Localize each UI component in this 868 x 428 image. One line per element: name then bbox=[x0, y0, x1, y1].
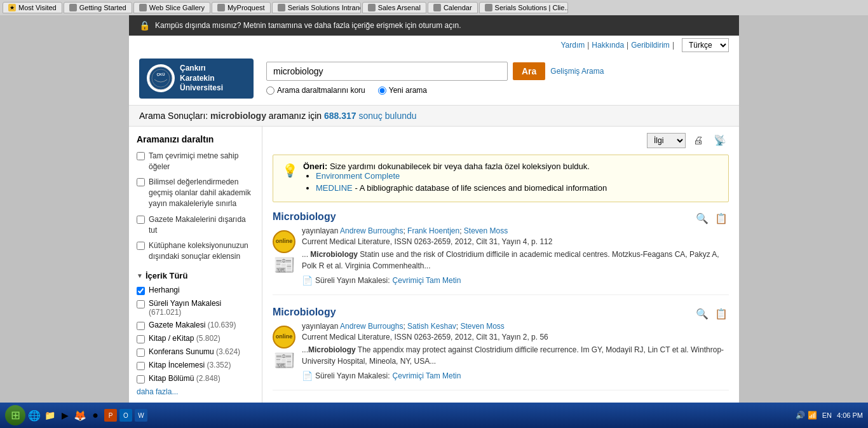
tab-serials-intranet[interactable]: Serials Solutions Intranet bbox=[272, 2, 361, 13]
result-type-1: 📄 Süreli Yayın Makalesi: Çevrimiçi Tam M… bbox=[302, 275, 729, 286]
page-icon-2: 📄 bbox=[302, 371, 313, 381]
language-select[interactable]: Türkçe English bbox=[682, 38, 729, 52]
result-authors-2: yayınlayan Andrew Burroughs; Satish Kesh… bbox=[302, 322, 729, 331]
result-meta-1: online 📰 yayınlayan Andrew Burroughs; Fr… bbox=[273, 226, 729, 286]
result-type-2: 📄 Süreli Yayın Makalesi: Çevrimiçi Tam M… bbox=[302, 371, 729, 381]
rss-button[interactable]: 📡 bbox=[711, 133, 729, 148]
tab-icon bbox=[139, 4, 147, 11]
cite-button-2[interactable]: 📋 bbox=[714, 307, 729, 321]
journal-icon-1: 📰 bbox=[273, 254, 295, 275]
cite-button-1[interactable]: 📋 bbox=[714, 211, 729, 226]
content-type-section: ▼ İçerik Türü bbox=[137, 271, 254, 280]
online-badge-1: online bbox=[273, 230, 295, 253]
result-authors-1: yayınlayan Andrew Burroughs; Frank Hoent… bbox=[302, 226, 729, 235]
yardim-link[interactable]: Yardım bbox=[560, 41, 585, 50]
author-link-moss-1[interactable]: Steven Moss bbox=[464, 226, 508, 235]
filter-journal: Süreli Yayın Makalesi (671.021) bbox=[137, 299, 254, 317]
university-logo: ÇKÜ ÇankırıKaratekinÜniversitesi bbox=[139, 59, 254, 99]
content-area: Aramanızı daraltın Tam çevrimiçi metne s… bbox=[129, 127, 739, 408]
sort-bar: İlgiTarih 🖨 📡 bbox=[273, 133, 729, 148]
author-link-burroughs-2[interactable]: Andrew Burroughs bbox=[340, 322, 403, 331]
environment-complete-link[interactable]: Environment Complete bbox=[316, 171, 400, 181]
taskbar-icons: 🌐 📁 ▶ 🦊 ● P O W bbox=[28, 409, 147, 422]
suggestion-box: 💡 Öneri: Size yardımı dokunabilecek bir … bbox=[273, 155, 729, 202]
top-links: Yardım | Hakkında | Geribildirim | Türkç… bbox=[560, 38, 729, 52]
medline-link[interactable]: MEDLINE bbox=[316, 183, 353, 193]
windows-icon: ⊞ bbox=[11, 408, 20, 422]
banner: 🔒 Kampüs dışında mısınız? Metnin tamamın… bbox=[129, 15, 739, 36]
bulb-icon: 💡 bbox=[282, 163, 298, 178]
filter-any: Herhangi bbox=[137, 286, 254, 295]
firefox-icon[interactable]: 🦊 bbox=[74, 409, 86, 422]
ppt-icon[interactable]: P bbox=[104, 409, 117, 422]
header: ÇKÜ ÇankırıKaratekinÜniversitesi microbi… bbox=[129, 52, 739, 105]
keep-refinements-option[interactable]: Arama daraltmalarını koru bbox=[266, 86, 365, 95]
journal-icon-2: 📰 bbox=[273, 350, 295, 371]
hakkinda-link[interactable]: Hakkında bbox=[592, 41, 624, 50]
author-link-keshav[interactable]: Satish Keshav bbox=[407, 322, 456, 331]
result-title-2[interactable]: Microbiology bbox=[273, 307, 695, 318]
suggestion-item-medline: MEDLINE - A bibliographic database of li… bbox=[316, 183, 607, 193]
chrome-icon[interactable]: ● bbox=[89, 409, 102, 422]
search-keyword: microbiology bbox=[210, 111, 266, 121]
page: ★ Most Visited Getting Started Web Slice… bbox=[0, 0, 868, 428]
logo-area: ÇKÜ ÇankırıKaratekinÜniversitesi bbox=[139, 59, 254, 99]
search-button[interactable]: Ara bbox=[513, 62, 545, 80]
tab-web-slice[interactable]: Web Slice Gallery bbox=[133, 2, 210, 13]
taskbar: ⊞ 🌐 📁 ▶ 🦊 ● P O W 🔊 📶 EN 4:06 PM bbox=[0, 403, 868, 428]
print-button[interactable]: 🖨 bbox=[691, 134, 706, 148]
result-item-2: Microbiology 🔍 📋 online 📰 bbox=[273, 307, 729, 390]
sidebar-title: Aramanızı daraltın bbox=[137, 134, 254, 144]
fulltext-link-2[interactable]: Çevrimiçi Tam Metin bbox=[393, 371, 461, 380]
media-icon[interactable]: ▶ bbox=[58, 409, 71, 422]
language-indicator: EN bbox=[822, 411, 832, 419]
tab-icon bbox=[433, 4, 441, 11]
advanced-search-link[interactable]: Gelişmiş Arama bbox=[550, 67, 604, 76]
result-count: 688.317 bbox=[324, 111, 356, 121]
sidebar-checkbox-newspaper: Gazete Makalelerini dışarıda tut bbox=[137, 214, 254, 236]
outlook-icon[interactable]: O bbox=[119, 409, 132, 422]
results-area: İlgiTarih 🖨 📡 💡 Öneri: Size yardımı doku… bbox=[262, 127, 739, 408]
tab-getting-started[interactable]: Getting Started bbox=[64, 2, 132, 13]
sidebar-checkbox-peer: Bilimsel değerlendirmeden geçmiş olanlar… bbox=[137, 177, 254, 209]
svg-point-0 bbox=[149, 67, 172, 90]
author-link-hoentjen[interactable]: Frank Hoentjen bbox=[407, 226, 459, 235]
new-search-option[interactable]: Yeni arama bbox=[378, 86, 427, 95]
online-badge-2: online bbox=[273, 326, 295, 349]
header-top-row: Yardım | Hakkında | Geribildirim | Türkç… bbox=[129, 36, 739, 52]
filter-book-chapter: Kitap Bölümü (2.848) bbox=[137, 374, 254, 383]
search-similar-button-2[interactable]: 🔍 bbox=[695, 307, 710, 321]
tab-serials-clie[interactable]: Serials Solutions | Clie... bbox=[479, 2, 568, 13]
tab-icon bbox=[217, 4, 225, 11]
result-action-icons-1: 🔍 📋 bbox=[695, 211, 729, 226]
word-icon[interactable]: W bbox=[135, 409, 147, 422]
author-link-moss-2[interactable]: Steven Moss bbox=[461, 322, 505, 331]
start-button[interactable]: ⊞ bbox=[5, 405, 25, 425]
tab-icon bbox=[485, 4, 492, 11]
folder-icon[interactable]: 📁 bbox=[43, 409, 56, 422]
tab-most-visited[interactable]: ★ Most Visited bbox=[3, 2, 62, 13]
filter-book: Kitap / eKitap (5.802) bbox=[137, 334, 254, 343]
tab-sales-arsenal[interactable]: Sales Arsenal bbox=[362, 2, 426, 13]
result-action-icons-2: 🔍 📋 bbox=[695, 307, 729, 321]
sidebar-checkbox-library: Kütüphane koleksiyonunuzun dışındaki son… bbox=[137, 240, 254, 262]
author-link-burroughs-1[interactable]: Andrew Burroughs bbox=[340, 226, 403, 235]
search-similar-button-1[interactable]: 🔍 bbox=[695, 211, 710, 226]
search-input[interactable]: microbiology bbox=[266, 62, 508, 81]
geribildirim-link[interactable]: Geribildirim bbox=[631, 41, 670, 50]
tab-icon: ★ bbox=[8, 4, 16, 11]
ie-icon[interactable]: 🌐 bbox=[28, 409, 41, 422]
search-options: Arama daraltmalarını koru Yeni arama bbox=[266, 86, 716, 95]
result-item-1: Microbiology 🔍 📋 online 📰 bbox=[273, 211, 729, 295]
tab-myproquest[interactable]: MyProquest bbox=[212, 2, 271, 13]
fulltext-link-1[interactable]: Çevrimiçi Tam Metin bbox=[393, 276, 461, 285]
tab-calendar[interactable]: Calendar bbox=[428, 2, 478, 13]
svg-text:ÇKÜ: ÇKÜ bbox=[157, 72, 165, 76]
result-journal-2: Current Medical Literature, ISSN 0263-26… bbox=[302, 333, 729, 342]
more-filters-link[interactable]: daha fazla... bbox=[137, 387, 254, 396]
page-content: 🔒 Kampüs dışında mısınız? Metnin tamamın… bbox=[129, 15, 739, 428]
results-header: Arama Sonuçları: microbiology aramanız i… bbox=[129, 105, 739, 127]
sort-select[interactable]: İlgiTarih bbox=[647, 133, 686, 148]
suggestion-item-environment: Environment Complete bbox=[316, 171, 607, 181]
result-title-1[interactable]: Microbiology bbox=[273, 211, 695, 223]
